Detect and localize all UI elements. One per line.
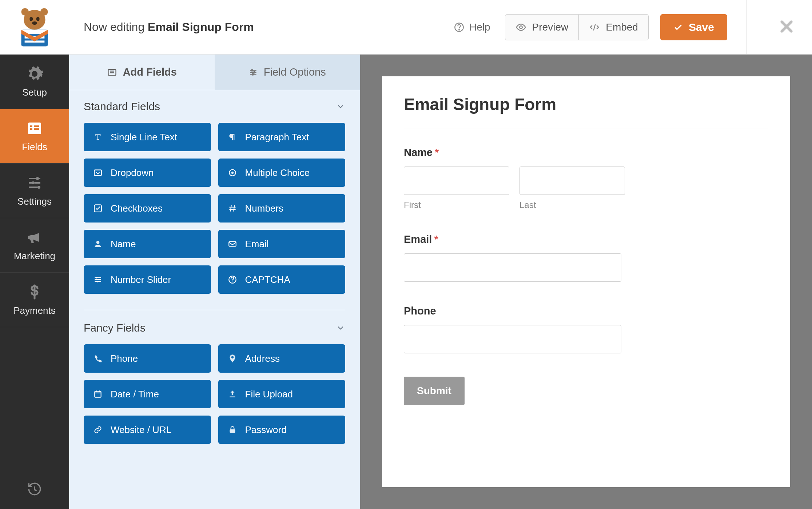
svg-point-30 (254, 71, 255, 73)
sliders-icon (93, 275, 103, 284)
last-name-input[interactable] (520, 167, 625, 195)
field-type-label: Website / URL (111, 424, 171, 436)
field-type-single-line-text[interactable]: Single Line Text (84, 123, 211, 151)
form-title: Email Signup Form (404, 95, 768, 114)
panel-body: Standard Fields Single Line TextParagrap… (69, 90, 360, 460)
svg-rect-16 (30, 125, 32, 127)
svg-rect-18 (30, 128, 32, 130)
phone-icon (93, 354, 103, 363)
field-type-numbers[interactable]: Numbers (218, 194, 346, 223)
field-type-captcha[interactable]: CAPTCHA (218, 265, 346, 294)
editing-form-name: Email Signup Form (148, 20, 254, 33)
name-label-text: Name (404, 147, 433, 158)
standard-fields-heading[interactable]: Standard Fields (84, 100, 345, 113)
paragraph-icon (228, 132, 237, 142)
svg-line-14 (594, 24, 596, 31)
field-type-label: Multiple Choice (245, 167, 310, 179)
topbar-divider (746, 0, 747, 55)
tab-options-text: Field Options (264, 66, 326, 78)
svg-point-12 (459, 29, 459, 30)
svg-rect-44 (230, 429, 235, 433)
person-icon (93, 239, 103, 249)
embed-button[interactable]: Embed (579, 14, 649, 40)
list-icon (107, 67, 117, 77)
email-label: Email* (404, 233, 768, 245)
preview-button[interactable]: Preview (505, 14, 579, 40)
field-type-label: Address (245, 353, 280, 364)
field-type-multiple-choice[interactable]: Multiple Choice (218, 159, 346, 187)
field-type-paragraph-text[interactable]: Paragraph Text (218, 123, 346, 151)
field-type-phone[interactable]: Phone (84, 344, 211, 373)
field-type-label: Single Line Text (111, 132, 177, 143)
phone-input[interactable] (404, 325, 621, 353)
nav-payments[interactable]: Payments (0, 273, 69, 327)
field-type-dropdown[interactable]: Dropdown (84, 159, 211, 187)
text-icon (93, 132, 103, 142)
nav-revisions[interactable] (0, 469, 69, 509)
field-type-checkboxes[interactable]: Checkboxes (84, 194, 211, 223)
nav-setup-label: Setup (22, 87, 47, 98)
help-link[interactable]: Help (454, 21, 490, 33)
field-type-password[interactable]: Password (218, 416, 346, 444)
tab-add-fields[interactable]: Add Fields (69, 55, 215, 90)
nav-payments-label: Payments (13, 305, 56, 316)
field-type-label: Date / Time (111, 389, 159, 400)
chevron-down-icon (336, 102, 345, 111)
svg-rect-43 (95, 391, 101, 397)
field-type-name[interactable]: Name (84, 230, 211, 258)
field-type-label: Email (245, 239, 269, 250)
submit-button[interactable]: Submit (404, 377, 465, 405)
required-asterisk: * (435, 147, 439, 158)
svg-point-34 (231, 172, 234, 174)
field-type-label: Phone (111, 353, 138, 364)
field-type-label: Name (111, 239, 136, 250)
standard-heading-text: Standard Fields (84, 100, 160, 113)
field-type-date-time[interactable]: Date / Time (84, 380, 211, 408)
field-type-label: Paragraph Text (245, 132, 309, 143)
wpforms-logo-icon (14, 7, 55, 48)
nav-marketing[interactable]: Marketing (0, 218, 69, 273)
hash-icon (228, 204, 237, 213)
svg-point-36 (96, 241, 100, 244)
fancy-fields-heading[interactable]: Fancy Fields (84, 322, 345, 334)
svg-point-39 (98, 279, 100, 280)
sliders-icon (248, 68, 258, 77)
field-type-email[interactable]: Email (218, 230, 346, 258)
fields-icon (26, 120, 43, 137)
embed-text: Embed (606, 21, 638, 33)
logo[interactable] (0, 7, 69, 48)
form-divider (404, 128, 768, 128)
dropdown-icon (93, 168, 103, 177)
nav-settings[interactable]: Settings (0, 164, 69, 218)
field-type-address[interactable]: Address (218, 344, 346, 373)
svg-point-3 (29, 17, 33, 21)
svg-point-5 (32, 21, 37, 25)
field-type-number-slider[interactable]: Number Slider (84, 265, 211, 294)
first-name-input[interactable] (404, 167, 509, 195)
tab-field-options[interactable]: Field Options (215, 55, 360, 90)
email-input[interactable] (404, 253, 621, 282)
nav-fields-label: Fields (22, 141, 47, 153)
svg-point-2 (40, 8, 48, 16)
field-type-label: Password (245, 424, 287, 436)
nav-settings-label: Settings (17, 196, 52, 207)
fancy-heading-text: Fancy Fields (84, 322, 146, 334)
svg-rect-32 (94, 170, 102, 175)
calendar-icon (93, 389, 103, 399)
svg-point-40 (97, 281, 98, 282)
close-button[interactable] (779, 19, 795, 36)
pin-icon (228, 354, 237, 363)
svg-rect-19 (34, 128, 39, 130)
last-sublabel: Last (520, 200, 625, 210)
nav-setup[interactable]: Setup (0, 55, 69, 109)
field-type-website-url[interactable]: Website / URL (84, 416, 211, 444)
section-divider (84, 310, 345, 310)
now-editing-label: Now editing Email Signup Form (84, 20, 254, 34)
nav-fields[interactable]: Fields (0, 109, 69, 164)
check-icon (673, 23, 683, 32)
first-name-col: First (404, 167, 509, 210)
field-type-file-upload[interactable]: File Upload (218, 380, 346, 408)
topbar: Now editing Email Signup Form Help Previ… (0, 0, 812, 55)
form-preview: Email Signup Form Name* First Last Email… (382, 76, 790, 487)
save-button[interactable]: Save (660, 14, 727, 40)
